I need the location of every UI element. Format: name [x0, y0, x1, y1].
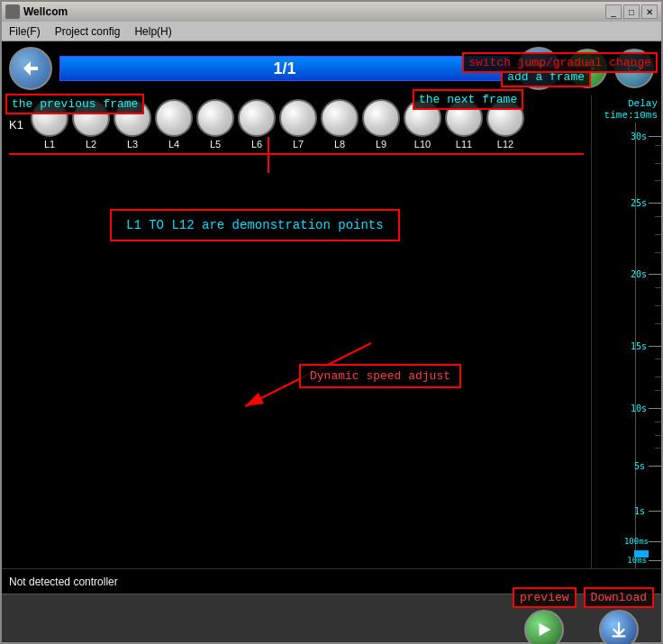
ruler-tick-20s: 20s — [631, 269, 661, 279]
light-l8: L8 — [321, 99, 359, 150]
ruler-tick-5s: 5s — [634, 461, 661, 471]
titlebar-left: Wellcom — [5, 5, 68, 19]
ruler-minor-tick-10 — [655, 358, 661, 359]
ruler-minor-tick-8 — [655, 305, 661, 306]
download-group: Download — [584, 587, 654, 644]
ruler-major-tick-25s — [649, 203, 661, 204]
ruler-label-5s: 5s — [634, 461, 645, 471]
light-circle-l5[interactable] — [196, 99, 234, 137]
preview-group: preview — [513, 587, 577, 644]
menu-help[interactable]: Help(H) — [131, 23, 175, 40]
menu-project[interactable]: Project config — [51, 23, 124, 40]
light-label-l4: L4 — [168, 139, 179, 150]
light-label-l6: L6 — [251, 139, 262, 150]
canvas-area: K1 L1 L2 L3 — [2, 95, 591, 568]
ruler-tick-30s: 30s — [631, 132, 661, 141]
ruler-tick-1s: 1s — [634, 506, 661, 516]
svg-marker-4 — [540, 623, 551, 637]
progress-label: 1/1 — [60, 59, 509, 78]
ruler-major-tick-20s — [649, 274, 661, 275]
ruler-minor-tick-5 — [655, 234, 661, 235]
ruler-minor-tick-13 — [655, 422, 661, 422]
ruler-label-30s: 30s — [631, 132, 647, 141]
next-frame-annotation: the next frame — [413, 89, 523, 110]
play-button[interactable] — [524, 610, 564, 644]
prev-frame-button[interactable] — [9, 47, 52, 90]
menu-file[interactable]: File(F) — [5, 23, 44, 40]
window-title: Wellcom — [23, 5, 68, 18]
ruler-minor-tick-12 — [655, 390, 661, 391]
download-label: Download — [591, 591, 647, 604]
ruler-tick-100ms: 100ms — [624, 537, 661, 546]
light-label-l12: L12 — [497, 139, 513, 150]
ruler-indicator[interactable] — [634, 550, 649, 558]
ruler-label-15s: 15s — [631, 341, 647, 351]
ruler-major-tick-30s — [649, 136, 661, 137]
ruler-major-tick-100ms — [649, 541, 661, 542]
ruler-label-20s: 20s — [631, 269, 647, 279]
dynamic-speed-text: Dynamic speed adjust — [310, 369, 450, 383]
ruler-panel: Delay time:10ms 30s 25s — [591, 95, 661, 568]
light-label-l8: L8 — [334, 139, 345, 150]
toolbar-wrapper: 1/1 — [2, 41, 661, 95]
light-label-l1: L1 — [44, 139, 55, 150]
light-circle-l7[interactable] — [279, 99, 317, 137]
light-circle-l4[interactable] — [155, 99, 193, 137]
prev-frame-annotation: the previous frame — [5, 94, 144, 114]
ruler-label-10s: 10s — [631, 404, 647, 413]
ruler-minor-tick-6 — [655, 252, 661, 253]
download-button[interactable] — [599, 610, 639, 644]
switch-jump-annotation: switch jump/gradual change — [462, 52, 658, 73]
light-circle-l8[interactable] — [321, 99, 359, 137]
light-circle-l6[interactable] — [238, 99, 276, 137]
ruler-tick-15s: 15s — [631, 341, 661, 351]
ruler-minor-tick-1 — [655, 145, 661, 146]
vertical-line — [268, 137, 269, 173]
demo-points-text: L1 TO L12 are demonstration points — [126, 218, 384, 232]
light-label-l11: L11 — [456, 139, 472, 150]
timeline-red-line — [9, 153, 584, 155]
ruler-minor-tick-3 — [655, 180, 661, 181]
light-label-l3: L3 — [127, 139, 138, 150]
light-l4: L4 — [155, 99, 193, 150]
bottom-toolbar: preview Download — [2, 594, 661, 642]
light-label-l2: L2 — [86, 139, 96, 150]
ruler-minor-tick-2 — [655, 163, 661, 164]
ruler-minor-tick-9 — [655, 323, 661, 324]
light-l6: L6 — [238, 99, 276, 150]
ruler-major-tick-10s — [649, 408, 661, 409]
light-label-l9: L9 — [376, 139, 386, 150]
demo-points-box: L1 TO L12 are demonstration points — [110, 209, 400, 241]
ruler-major-tick-1s — [649, 511, 661, 512]
minimize-button[interactable]: _ — [605, 5, 622, 19]
light-circle-l9[interactable] — [362, 99, 400, 137]
light-l9: L9 — [362, 99, 400, 150]
maximize-button[interactable]: □ — [623, 5, 640, 19]
main-window: Wellcom _ □ ✕ File(F) Project config Hel… — [0, 0, 663, 644]
ruler-scale-container: 30s 25s 20s — [592, 122, 661, 568]
light-l5: L5 — [196, 99, 234, 150]
ruler-label-1s: 1s — [634, 506, 645, 516]
menubar: File(F) Project config Help(H) — [2, 22, 661, 41]
close-button[interactable]: ✕ — [641, 5, 658, 19]
ruler-label-100ms: 100ms — [624, 537, 649, 546]
ruler-tick-10s: 10s — [631, 404, 661, 413]
status-text: Not detected controller — [9, 576, 118, 588]
ruler-label-25s: 25s — [631, 198, 647, 208]
ruler-minor-tick-4 — [655, 216, 661, 217]
light-label-l7: L7 — [293, 139, 304, 150]
ruler-major-tick-15s — [649, 346, 661, 347]
ruler-minor-tick-7 — [655, 287, 661, 288]
row-k1-label: K1 — [9, 118, 27, 132]
window-icon — [5, 5, 20, 19]
ruler-major-tick-5s — [649, 466, 661, 467]
download-annotation: Download — [584, 587, 654, 608]
preview-annotation: preview — [513, 587, 577, 608]
ruler-minor-tick-11 — [655, 376, 661, 377]
titlebar-controls: _ □ ✕ — [605, 5, 658, 19]
titlebar: Wellcom _ □ ✕ — [2, 2, 661, 22]
progress-bar: 1/1 — [59, 56, 510, 81]
ruler-tick-25s: 25s — [631, 198, 661, 208]
ruler-minor-tick-14 — [655, 435, 661, 436]
ruler-major-tick-10ms — [649, 560, 661, 561]
